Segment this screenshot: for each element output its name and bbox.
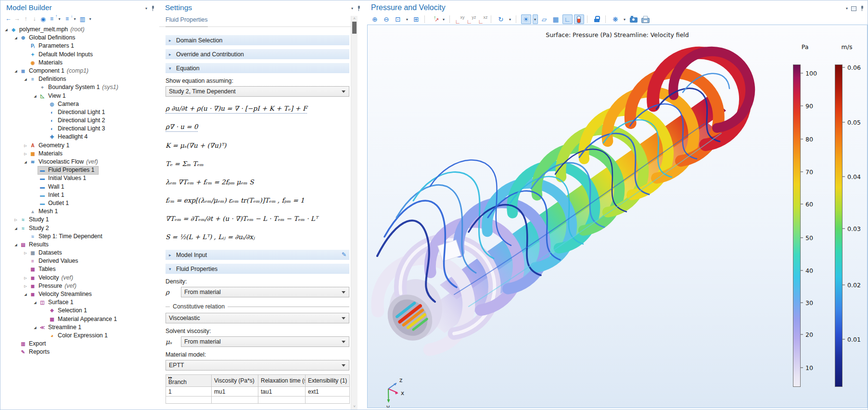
edit-model-input-icon[interactable]: ✎ [342,251,346,258]
back-button[interactable]: ← [5,14,12,23]
expand-arrow-icon[interactable]: ◢ [23,158,28,166]
tree-item[interactable]: ✦ Default Model Inputs [0,51,159,59]
show-button[interactable]: ◉ [40,14,46,23]
cell-branch[interactable]: 1 [166,387,212,397]
tree-item[interactable]: ▦ Tables [0,265,159,273]
add-row-button[interactable]: + [166,408,173,410]
tree-item[interactable]: ⌖ Boundary System 1 (sys1) [0,83,159,91]
image-snapshot-button[interactable] [629,14,639,24]
tree-item[interactable]: ▬ Wall 1 [0,183,159,191]
default-view-button[interactable] [430,14,440,24]
save-to-file-button[interactable] [202,408,210,410]
cell-extensibility[interactable]: ext1 [306,387,350,397]
table-settings-caret[interactable]: ▾ [226,408,230,410]
cell-viscosity[interactable]: mu1 [212,387,258,397]
tree-item[interactable]: ◢ ◫ Surface 1 [0,298,159,307]
plot-update-button[interactable]: ❋ [611,14,621,24]
forward-button[interactable]: → [14,14,20,23]
tree-item[interactable]: ▷ ◼ Pressure (vef) [0,282,159,290]
tree-item[interactable]: ▬ Initial Values 1 [0,174,159,182]
panel-menu-caret-icon[interactable]: ▾ [351,6,353,11]
tree-item[interactable]: ▷ ▦ Datasets [0,249,159,257]
tree-item[interactable]: ◢ ◼ Velocity Streamlines [0,290,159,298]
tree-item[interactable]: ◢ ◺ View 1 [0,92,159,100]
tree-item[interactable]: ◐ Directional Light 1 [0,108,159,116]
node-grouping-button[interactable]: ▥ [79,14,86,23]
tree-item[interactable]: ≡ Derived Values [0,257,159,265]
tree-item[interactable]: ▷ ◼ Velocity (vef) [0,274,159,282]
zoom-box-button[interactable]: ⊡ [393,14,403,24]
section-equation[interactable]: Equation [166,63,349,73]
expand-arrow-icon[interactable]: ◢ [23,75,28,83]
delete-row-button[interactable]: ≡ [178,408,185,410]
tree-item[interactable]: ▷ A Geometry 1 [0,141,159,150]
tree-item[interactable]: ◢ ⊕ Global Definitions [0,34,159,42]
expand-arrow-icon[interactable]: ◢ [13,34,19,42]
separator[interactable] [491,15,493,23]
3d-scene[interactable] [368,25,867,408]
show-axes-button[interactable]: ∟ [562,14,573,24]
zoom-box-caret[interactable]: ▾ [405,14,410,24]
section-fluid-properties[interactable]: Fluid Properties [166,264,349,274]
expand-arrow-icon[interactable]: ▷ [23,274,28,282]
settings-scrollbar[interactable]: ˄ ˅ [351,16,357,410]
section-model-input[interactable]: Model Input ✎ [166,250,349,260]
tree-item[interactable]: ◢ ≈ Study 2 [0,224,159,232]
view-yz-button[interactable]: yz [466,14,476,24]
float-window-icon[interactable] [851,6,856,11]
scene-light-button[interactable]: ☀ [521,14,531,24]
separator[interactable] [516,15,518,23]
move-down-button[interactable]: ↓ [31,14,38,23]
rotate-view-caret[interactable]: ▾ [508,14,513,24]
tree-item[interactable]: ◢ ≋ Viscoelastic Flow (vef) [0,158,159,166]
expand-arrow-icon[interactable]: ◢ [32,323,38,332]
separator[interactable] [449,15,452,23]
zoom-out-button[interactable]: ⊖ [382,14,392,24]
move-up-button[interactable]: ↑ [23,14,29,23]
load-from-file-button[interactable] [190,408,198,410]
separator[interactable] [424,15,427,23]
section-override-contribution[interactable]: Override and Contribution [166,49,349,59]
constitutive-relation-select[interactable]: Viscoelastic [166,313,349,323]
tree-item[interactable]: ◎ Camera [0,100,159,108]
panel-menu-caret-icon[interactable]: ▾ [145,6,147,11]
color-legend-button[interactable] [574,14,584,24]
print-button[interactable] [640,14,651,24]
collapse-all-button[interactable]: ≡ [64,14,70,23]
tree-item[interactable]: ✎ Reports [0,348,159,356]
tree-item[interactable]: ❖ Selection 1 [0,307,159,315]
tree-item[interactable]: Pᵢ Parameters 1 [0,42,159,50]
tree-item[interactable]: ▲ Mesh 1 [0,207,159,216]
transparency-button[interactable]: ▱ [539,14,549,24]
node-grouping-caret[interactable]: ▾ [88,14,92,23]
tree-item[interactable]: ◕ Color Expression 1 [0,332,159,340]
equation-study-select[interactable]: Study 2, Time Dependent [166,86,349,97]
plot-update-caret[interactable]: ▾ [622,14,627,24]
tree-item[interactable]: ▬ Outlet 1 [0,199,159,207]
tree-item[interactable]: ✚ Headlight 4 [0,133,159,141]
tree-item[interactable]: ◐ Directional Light 2 [0,116,159,125]
zoom-extents-button[interactable]: ⊞ [411,14,421,24]
expand-arrow-icon[interactable]: ◢ [32,298,38,307]
expand-arrow-icon[interactable]: ▷ [23,141,28,150]
expand-arrow-icon[interactable]: ◢ [32,92,38,100]
expand-arrow-icon[interactable]: ▷ [13,216,19,224]
rotate-view-button[interactable]: ↻ [496,14,506,24]
scene-light-caret[interactable]: ▾ [533,14,538,24]
expand-arrow-icon[interactable]: ◢ [13,67,19,75]
expand-arrow-icon[interactable]: ◢ [13,241,19,249]
pin-icon[interactable] [357,5,361,12]
tree-item[interactable]: ▩ Material Appearance 1 [0,315,159,323]
collapse-all-caret[interactable]: ▾ [73,14,77,23]
scroll-down-icon[interactable]: ˅ [351,404,357,409]
tree-item[interactable]: ◉ Materials [0,59,159,67]
table-settings-button[interactable]: ▤ [214,408,222,410]
tree-item[interactable]: ◢ ≡ Definitions [0,75,159,83]
default-view-caret[interactable]: ▾ [441,14,447,24]
tree-item[interactable]: ▷ ≈ Study 1 [0,216,159,224]
tree-item[interactable]: ◢ ◼ Component 1 (comp1) [0,67,159,75]
density-select[interactable]: From material [181,287,349,297]
panel-menu-caret-icon[interactable]: ▾ [846,6,848,11]
material-model-select[interactable]: EPTT [166,360,349,371]
separator[interactable] [605,15,608,23]
